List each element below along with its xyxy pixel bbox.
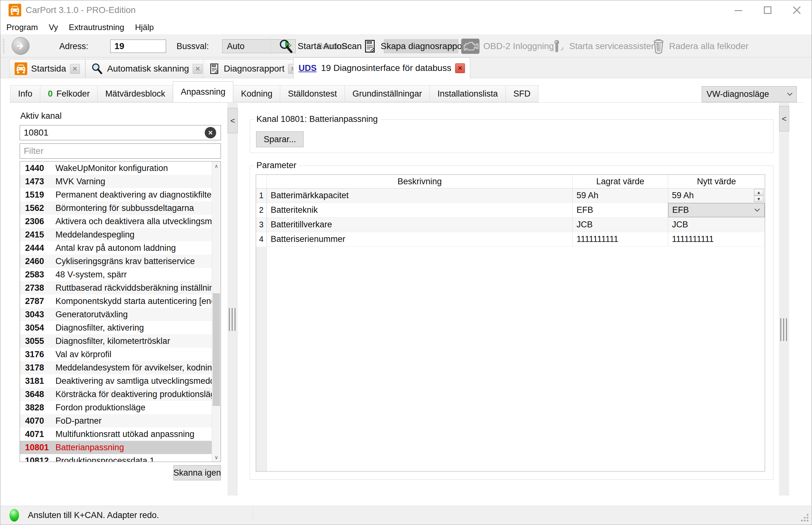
tab-diagnosrapport[interactable]: OBD Diagnosrapport bbox=[203, 59, 303, 78]
address-input[interactable] bbox=[110, 40, 166, 53]
channel-id: 3828 bbox=[25, 403, 56, 412]
channel-list-item[interactable]: 2444Antal krav på autonom laddning bbox=[20, 241, 212, 255]
menu-hjalp[interactable]: Hjälp bbox=[130, 20, 159, 34]
new-value-cell[interactable]: JCB bbox=[668, 217, 765, 232]
channel-rows: 1440WakeUpMonitor konfiguration 1473MVK … bbox=[20, 162, 212, 462]
close-icon bbox=[791, 4, 803, 16]
parameter-row[interactable]: 4 Batteriserienummer 1111111111 11111111… bbox=[256, 232, 765, 247]
left-splitter-grip[interactable] bbox=[229, 308, 236, 331]
channel-list-item[interactable]: 4071Multifunktionsratt utökad anpassning bbox=[20, 427, 212, 441]
channel-list-item[interactable]: 3055Diagnosfilter, kilometertrösklar bbox=[20, 334, 212, 348]
close-button[interactable] bbox=[789, 3, 804, 17]
channel-list-item[interactable]: 1440WakeUpMonitor konfiguration bbox=[20, 162, 212, 175]
tab-installationslista[interactable]: Installationslista bbox=[430, 85, 506, 102]
minimize-button[interactable] bbox=[731, 3, 746, 17]
parameter-row[interactable]: 3 Batteritillverkare JCB JCB bbox=[256, 217, 765, 232]
close-tab-icon[interactable] bbox=[70, 64, 80, 74]
channel-id: 3043 bbox=[25, 310, 56, 319]
go-address-button[interactable] bbox=[12, 37, 29, 55]
description-header: Beskrivning bbox=[267, 175, 573, 188]
save-button[interactable]: Sparar... bbox=[256, 131, 304, 147]
create-diagnosis-report-button[interactable]: OBD Skapa diagnosrapport bbox=[363, 35, 467, 58]
row-number: 1 bbox=[256, 189, 267, 202]
obd-report-icon: OBD bbox=[363, 38, 377, 55]
tab-anpassning[interactable]: Anpassning bbox=[173, 81, 233, 103]
toolbar-button-label: Starta serviceassistent bbox=[569, 41, 658, 51]
tab-automatisk-skanning[interactable]: Automatisk skanning bbox=[85, 59, 208, 78]
tab-uds-19-diagnosinterface[interactable]: UDS 19 Diagnosinterface för databuss bbox=[293, 57, 470, 78]
start-autoscan-button[interactable]: Starta AutoScan bbox=[278, 35, 362, 58]
new-value-select[interactable]: EFB bbox=[668, 203, 765, 217]
maximize-button[interactable] bbox=[760, 3, 775, 17]
diagnosis-mode-select[interactable]: VW-diagnosläge bbox=[702, 86, 797, 102]
channel-id: 4070 bbox=[25, 416, 56, 426]
tab-matvardesblock[interactable]: Mätvärdesblock bbox=[97, 85, 173, 102]
channel-name: MVK Varning bbox=[56, 177, 212, 186]
channel-list-item[interactable]: 3176Val av körprofil bbox=[20, 348, 212, 361]
tab-info[interactable]: Info bbox=[10, 85, 40, 102]
channel-list-item-selected[interactable]: 10801Batterianpassning bbox=[20, 441, 212, 454]
channel-list-item[interactable]: 4070FoD-partner bbox=[20, 414, 212, 427]
minimize-icon bbox=[733, 4, 744, 16]
channel-name: Komponentskydd starta autenticering [end… bbox=[56, 296, 212, 306]
channel-list-item[interactable]: 2460Cykliseringsgräns krav batteriservic… bbox=[20, 255, 212, 268]
spinner-up-icon[interactable]: ▲ bbox=[754, 189, 764, 195]
close-tab-icon[interactable] bbox=[193, 64, 203, 74]
clear-channel-icon[interactable] bbox=[205, 127, 216, 138]
channel-id: 3181 bbox=[25, 376, 56, 386]
tab-kodning[interactable]: Kodning bbox=[233, 85, 280, 102]
channel-list-item[interactable]: 3648Körsträcka för deaktivering produkti… bbox=[20, 388, 212, 401]
obd2-login-button: OBD-2 Inloggning bbox=[461, 35, 554, 58]
resize-grip[interactable] bbox=[801, 514, 809, 522]
rescan-button[interactable]: Skanna igen bbox=[173, 465, 221, 480]
scrollbar-thumb[interactable] bbox=[213, 293, 220, 406]
toolbar-button-label: Skapa diagnosrapport bbox=[381, 41, 467, 51]
address-label: Adress: bbox=[59, 42, 88, 51]
channel-list-item[interactable]: 2306Aktivera och deaktivera alla utveckl… bbox=[20, 215, 212, 228]
channel-name: Deaktivering av samtliga utvecklingsmedd… bbox=[56, 376, 212, 386]
right-splitter[interactable] bbox=[779, 103, 789, 496]
channel-list-item[interactable]: 258348 V-system, spärr bbox=[20, 268, 212, 281]
collapse-right-panel-button[interactable] bbox=[779, 106, 789, 131]
channel-list-item[interactable]: 1473MVK Varning bbox=[20, 175, 212, 188]
channel-list-item[interactable]: 3178Meddelandesystem för avvikelser, kod… bbox=[20, 361, 212, 374]
stored-value: 59 Ah bbox=[573, 189, 668, 202]
close-tab-icon[interactable] bbox=[455, 63, 465, 73]
channel-list-item[interactable]: 3054Diagnosfilter, aktivering bbox=[20, 321, 212, 334]
collapse-left-panel-button[interactable] bbox=[228, 108, 238, 133]
channel-list-item[interactable]: 1519Permanent deaktivering av diagnostik… bbox=[20, 188, 212, 201]
tab-startsida[interactable]: Startsida bbox=[9, 59, 85, 78]
new-value-cell[interactable]: 1111111111 bbox=[668, 232, 765, 246]
left-splitter[interactable] bbox=[228, 103, 238, 496]
scroll-up-icon[interactable]: ∧ bbox=[212, 162, 221, 170]
tab-felkoder[interactable]: 0Felkoder bbox=[40, 85, 98, 102]
menu-vy[interactable]: Vy bbox=[43, 20, 63, 34]
channel-list-item[interactable]: 2415Meddelandespegling bbox=[20, 228, 212, 241]
tab-sfd[interactable]: SFD bbox=[506, 85, 538, 102]
maximize-icon bbox=[762, 4, 773, 16]
tab-label: 19 Diagnosinterface för databuss bbox=[321, 63, 451, 73]
toolbar-grip[interactable] bbox=[3, 39, 4, 54]
status-bar: Ansluten till K+CAN. Adapter redo. bbox=[1, 506, 811, 524]
channel-list-item[interactable]: 2787Komponentskydd starta autenticering … bbox=[20, 295, 212, 308]
parameter-row[interactable]: 1 Batterimärkkapacitet 59 Ah 59 Ah ▲ ▼ bbox=[256, 189, 765, 203]
channel-list-item[interactable]: 1562Börmontering för subbussdeltagarna bbox=[20, 201, 212, 215]
menu-extrautrustning[interactable]: Extrautrustning bbox=[63, 20, 130, 34]
channel-list-item[interactable]: 3043Generatorutväxling bbox=[20, 308, 212, 321]
scroll-down-icon[interactable]: ∨ bbox=[212, 453, 221, 462]
channel-filter-input[interactable] bbox=[20, 144, 221, 159]
channel-list-item[interactable]: 3828Fordon produktionsläge bbox=[20, 401, 212, 414]
channel-list-scrollbar[interactable]: ∧ ∨ bbox=[212, 162, 221, 462]
new-value-cell[interactable]: 59 Ah ▲ ▼ bbox=[668, 189, 765, 202]
right-splitter-grip[interactable] bbox=[780, 318, 788, 341]
channel-list-item[interactable]: 2738Ruttbaserad räckviddsberäkning instä… bbox=[20, 281, 212, 295]
spinner-down-icon[interactable]: ▼ bbox=[754, 196, 764, 202]
parameter-row[interactable]: 2 Batteriteknik EFB EFB bbox=[256, 203, 765, 217]
tab-stalldonstest[interactable]: Ställdonstest bbox=[280, 85, 345, 102]
new-value-header: Nytt värde bbox=[668, 175, 765, 188]
active-channel-input[interactable] bbox=[20, 125, 221, 140]
channel-list-item[interactable]: 3181Deaktivering av samtliga utvecklings… bbox=[20, 374, 212, 388]
tab-grundinstallningar[interactable]: Grundinställningar bbox=[345, 85, 430, 102]
menu-program[interactable]: Program bbox=[1, 20, 43, 34]
channel-list-item[interactable]: 10812Produktionsprocessdata 1 bbox=[20, 454, 212, 462]
